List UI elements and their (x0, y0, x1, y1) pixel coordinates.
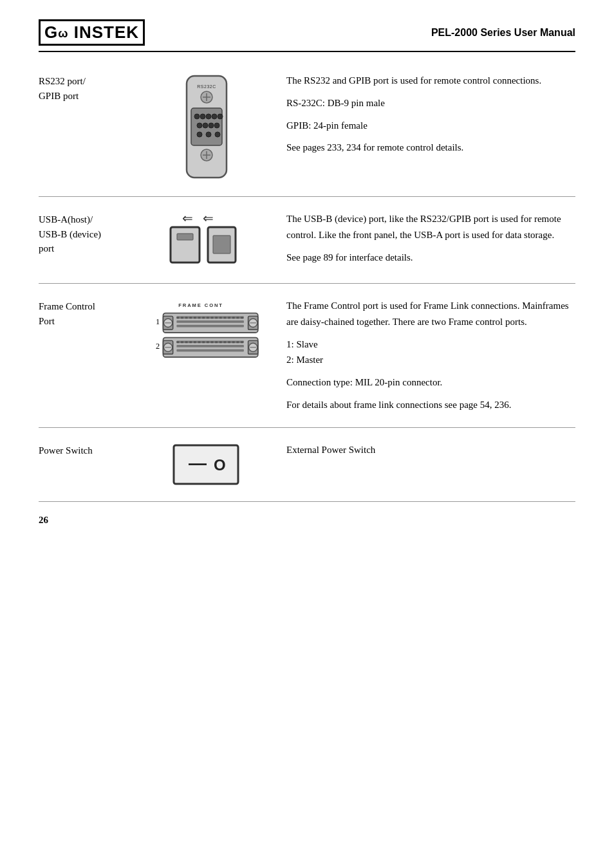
svg-rect-68 (185, 341, 188, 343)
frame-desc-3: Connection type: MIL 20-pin connector. (286, 374, 575, 391)
svg-point-8 (206, 114, 211, 119)
logo: Gω INSTEK (39, 19, 146, 46)
svg-rect-79 (232, 341, 235, 343)
header: Gω INSTEK PEL-2000 Series User Manual (39, 19, 575, 52)
svg-point-10 (218, 114, 223, 119)
desc-power: External Power Switch (274, 442, 575, 458)
svg-point-15 (197, 132, 202, 137)
row-rs232: RS232 port/GPIB port RS232C (39, 59, 575, 197)
svg-rect-26 (213, 235, 230, 254)
svg-rect-76 (219, 341, 222, 343)
svg-rect-67 (181, 341, 183, 343)
frame-desc-2: 1: Slave2: Master (286, 337, 575, 369)
svg-rect-49 (219, 317, 222, 319)
svg-rect-46 (207, 317, 209, 319)
svg-rect-41 (185, 317, 188, 319)
svg-text:FRAME  CONT: FRAME CONT (178, 302, 223, 308)
svg-rect-39 (176, 317, 179, 319)
svg-rect-37 (176, 320, 244, 323)
rs232-svg: RS232C (177, 73, 235, 182)
svg-rect-24 (177, 234, 193, 240)
diagram-frame: FRAME CONT 1 (138, 298, 274, 369)
desc-rs232: The RS232 and GPIB port is used for remo… (274, 73, 575, 156)
label-rs232: RS232 port/GPIB port (39, 73, 138, 103)
svg-point-7 (200, 114, 205, 119)
svg-rect-72 (202, 341, 205, 343)
footer: 26 (39, 515, 575, 526)
label-usb: USB-A(host)/USB-B (device)port (39, 211, 138, 256)
svg-rect-47 (211, 317, 214, 319)
desc-usb: The USB-B (device) port, like the RS232/… (274, 211, 575, 265)
svg-rect-48 (215, 317, 218, 319)
svg-rect-40 (181, 317, 183, 319)
diagram-usb: ⇐ ⇐ (138, 211, 274, 269)
svg-rect-50 (224, 317, 227, 319)
svg-rect-73 (207, 341, 209, 343)
svg-rect-69 (189, 341, 192, 343)
rs232-desc-2: RS-232C: DB-9 pin male (286, 95, 575, 111)
svg-text:⇐: ⇐ (182, 211, 193, 225)
desc-frame: The Frame Control port is used for Frame… (274, 298, 575, 413)
svg-text:O: O (214, 456, 226, 474)
svg-rect-80 (237, 341, 239, 343)
power-svg: — O (171, 442, 241, 487)
svg-rect-65 (176, 349, 244, 352)
content: RS232 port/GPIB port RS232C (39, 59, 575, 502)
diagram-power: — O (138, 442, 274, 487)
usb-svg: ⇐ ⇐ (164, 211, 248, 269)
usb-desc-2: See page 89 for interface details. (286, 250, 575, 266)
svg-rect-64 (176, 345, 244, 347)
label-frame: Frame ControlPort (39, 298, 138, 328)
row-power: Power Switch — O External Power Switch (39, 428, 575, 502)
svg-rect-52 (232, 317, 235, 319)
manual-title: PEL-2000 Series User Manual (431, 27, 575, 39)
svg-rect-54 (241, 317, 243, 319)
frame-svg: FRAME CONT 1 (145, 298, 267, 369)
svg-rect-43 (194, 317, 196, 319)
svg-point-12 (203, 123, 208, 128)
svg-point-11 (197, 123, 202, 128)
svg-point-14 (214, 123, 219, 128)
svg-rect-53 (237, 317, 239, 319)
svg-rect-42 (189, 317, 192, 319)
svg-text:1: 1 (156, 317, 160, 326)
diagram-rs232: RS232C (138, 73, 274, 182)
row-usb: USB-A(host)/USB-B (device)port ⇐ ⇐ (39, 197, 575, 284)
row-frame: Frame ControlPort FRAME CONT 1 (39, 284, 575, 428)
rs232-desc-3: GPIB: 24-pin female (286, 118, 575, 134)
svg-rect-71 (198, 341, 201, 343)
svg-rect-75 (215, 341, 218, 343)
usb-desc-1: The USB-B (device) port, like the RS232/… (286, 211, 575, 243)
logo-box: Gω INSTEK (39, 19, 145, 46)
svg-rect-77 (224, 341, 227, 343)
svg-rect-51 (228, 317, 230, 319)
svg-rect-78 (228, 341, 230, 343)
svg-rect-23 (171, 227, 200, 263)
svg-rect-45 (202, 317, 205, 319)
rs232-desc-1: The RS232 and GPIB port is used for remo… (286, 73, 575, 89)
svg-rect-81 (241, 341, 243, 343)
svg-rect-38 (176, 325, 244, 328)
page: Gω INSTEK PEL-2000 Series User Manual RS… (0, 0, 614, 868)
power-desc-1: External Power Switch (286, 442, 575, 458)
svg-text:⇐: ⇐ (203, 211, 214, 225)
svg-point-16 (206, 132, 211, 137)
label-power: Power Switch (39, 442, 138, 458)
svg-text:2: 2 (156, 342, 160, 351)
svg-rect-44 (198, 317, 201, 319)
svg-rect-66 (176, 341, 179, 343)
svg-text:RS232C: RS232C (197, 84, 216, 89)
svg-point-17 (215, 132, 220, 137)
svg-point-6 (194, 114, 200, 119)
svg-text:—: — (189, 453, 207, 473)
frame-desc-4: For details about frame link connections… (286, 397, 575, 413)
svg-rect-70 (194, 341, 196, 343)
svg-point-13 (209, 123, 214, 128)
page-number: 26 (39, 515, 48, 525)
frame-desc-1: The Frame Control port is used for Frame… (286, 298, 575, 330)
svg-point-9 (212, 114, 217, 119)
svg-rect-74 (211, 341, 214, 343)
rs232-desc-4: See pages 233, 234 for remote control de… (286, 140, 575, 156)
